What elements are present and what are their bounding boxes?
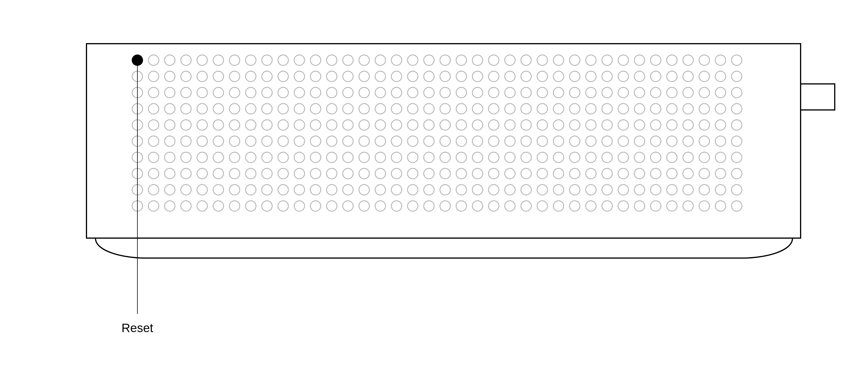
vent-hole [181,185,191,195]
vent-hole [391,87,402,98]
vent-hole [537,87,548,98]
vent-hole [440,185,450,195]
vent-hole [521,168,531,179]
vent-hole [391,71,402,82]
vent-hole [262,185,272,195]
vent-hole [359,168,369,179]
vent-hole [310,152,321,162]
vent-hole [294,185,305,195]
vent-hole [229,71,240,82]
vent-hole [359,103,369,114]
vent-hole [164,55,175,65]
vent-hole [732,152,742,162]
vent-hole [375,152,385,162]
vent-hole [262,136,272,146]
vent-hole [634,136,645,146]
vent-hole [148,71,159,82]
vent-hole [667,136,677,146]
vent-hole [294,71,305,82]
vent-hole [569,103,580,114]
vent-hole [310,71,321,82]
vent-hole [213,152,224,162]
vent-hole [586,55,596,65]
vent-hole [683,71,693,82]
vent-hole [650,136,661,146]
vent-hole [262,201,272,211]
vent-hole [569,87,580,98]
vent-hole [407,185,418,195]
vent-hole [699,71,710,82]
vent-hole [537,136,548,146]
vent-hole [294,152,305,162]
vent-hole [602,120,612,130]
vent-hole [667,152,677,162]
vent-hole [553,120,564,130]
vent-hole [440,71,450,82]
vent-hole [667,120,677,130]
vent-hole [667,87,677,98]
vent-hole [634,152,645,162]
vent-hole [164,71,175,82]
vent-hole [343,55,353,65]
vent-hole [391,152,402,162]
vent-hole [699,103,710,114]
vent-hole [618,55,628,65]
vent-hole [586,136,596,146]
vent-hole [197,71,207,82]
vent-hole [407,168,418,179]
vent-hole [456,201,467,211]
vent-hole [602,103,612,114]
vent-hole [456,103,467,114]
vent-hole [278,87,288,98]
vent-hole [181,87,191,98]
vent-hole [650,152,661,162]
vent-hole [602,136,612,146]
vent-hole [683,120,693,130]
vent-hole [310,136,321,146]
vent-hole [327,71,337,82]
vent-hole [667,71,677,82]
callout-label-reset: Reset [122,321,153,335]
vent-hole [715,71,726,82]
vent-hole [327,55,337,65]
vent-hole [359,120,369,130]
vent-hole [553,103,564,114]
vent-hole [246,136,256,146]
vent-hole [359,87,369,98]
vent-hole [424,87,434,98]
vent-hole [521,185,531,195]
device-side-port [801,84,835,110]
vent-hole [505,103,515,114]
vent-hole [213,136,224,146]
vent-hole [634,120,645,130]
vent-hole [327,185,337,195]
vent-hole [618,103,628,114]
vent-hole [327,120,337,130]
vent-hole [715,152,726,162]
vent-hole [618,136,628,146]
vent-hole [327,201,337,211]
vent-hole [262,71,272,82]
vent-hole [602,201,612,211]
vent-hole [391,185,402,195]
vent-hole [343,168,353,179]
vent-hole [343,103,353,114]
vent-hole [246,87,256,98]
vent-hole [310,120,321,130]
vent-hole [391,201,402,211]
vent-hole [683,103,693,114]
vent-hole [327,152,337,162]
vent-hole [472,55,483,65]
vent-hole [343,87,353,98]
vent-hole [683,168,693,179]
vent-hole [375,168,385,179]
vent-hole [569,136,580,146]
vent-hole [375,120,385,130]
vent-hole [715,55,726,65]
vent-hole [343,120,353,130]
vent-hole [310,201,321,211]
vent-hole [586,152,596,162]
vent-hole [229,87,240,98]
vent-hole [569,168,580,179]
vent-hole [505,55,515,65]
